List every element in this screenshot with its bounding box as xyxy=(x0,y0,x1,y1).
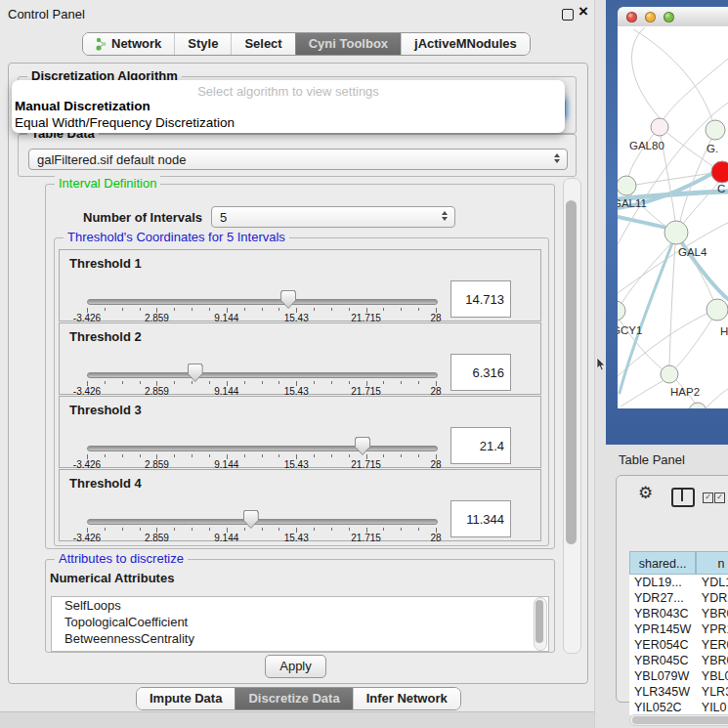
control-panel-title: Control Panel xyxy=(8,7,85,21)
network-window-titlebar[interactable] xyxy=(618,7,728,27)
tab-select[interactable]: Select xyxy=(231,33,294,55)
control-panel: Control Panel × NetworkStyleSelectCyni T… xyxy=(0,0,594,728)
node-gal4[interactable] xyxy=(664,221,688,244)
slider-tick xyxy=(262,308,263,311)
attribute-list-item[interactable]: SelfLoops xyxy=(52,597,548,614)
threshold-value-field[interactable]: 11.344 xyxy=(450,500,511,537)
attribute-list-item[interactable]: BetweennessCentrality xyxy=(52,630,548,647)
bottom-strip xyxy=(0,711,594,728)
table-header-row: shared...n xyxy=(629,551,728,575)
threshold-value-field[interactable]: 21.4 xyxy=(450,427,511,464)
algorithm-dropdown-popup: Select algorithm to view settings Manual… xyxy=(12,80,565,133)
node-gal80[interactable] xyxy=(651,118,668,136)
table-row[interactable]: YBL079WYBL0 xyxy=(629,668,728,684)
threshold-value-field[interactable]: 6.316 xyxy=(450,354,511,391)
network-edge[interactable] xyxy=(706,389,728,408)
threshold-panel-2: Threshold 2-3.4262.8599.14415.4321.71528… xyxy=(59,322,541,395)
tab-infer-network[interactable]: Infer Network xyxy=(353,688,460,709)
table-row[interactable]: YPR145WYPR1 xyxy=(629,621,728,637)
node-hap2[interactable] xyxy=(661,365,678,383)
float-icon[interactable] xyxy=(562,9,574,21)
slider-handle[interactable] xyxy=(280,290,296,309)
node-gcy1[interactable] xyxy=(618,301,625,321)
table-row[interactable]: YER054CYER0 xyxy=(629,637,728,653)
table-data-combobox[interactable]: galFiltered.sif default node xyxy=(28,149,568,170)
slider-track[interactable] xyxy=(87,446,438,451)
slider-track[interactable] xyxy=(87,299,438,305)
tab-style[interactable]: Style xyxy=(174,33,231,55)
slider-handle[interactable] xyxy=(243,510,259,529)
node-gal11[interactable] xyxy=(618,176,636,195)
slider-tick xyxy=(349,381,350,384)
slider-tick xyxy=(401,454,402,457)
tab-label: Select xyxy=(244,33,281,55)
slider-track[interactable] xyxy=(87,372,438,378)
threshold-label: Threshold 1 xyxy=(69,256,142,271)
attribute-list-item[interactable]: TopologicalCoefficient xyxy=(52,614,548,630)
slider-handle[interactable] xyxy=(188,364,203,382)
tab-discretize-data[interactable]: Discretize Data xyxy=(235,688,352,709)
table-row[interactable]: YLR345WYLR3 xyxy=(629,684,728,700)
table-cell: YPR145W xyxy=(629,621,694,637)
checkbox-icon[interactable]: ✓ xyxy=(703,492,713,503)
tab-network[interactable]: Network xyxy=(83,33,174,55)
slider-tick xyxy=(418,308,419,311)
node-h[interactable] xyxy=(707,299,728,321)
threshold-label: Threshold 2 xyxy=(69,329,142,344)
window-minimize-button[interactable] xyxy=(645,12,656,22)
network-edge[interactable] xyxy=(669,244,675,365)
dropdown-item-2[interactable]: Equal Width/Frequency Discretization xyxy=(15,115,235,130)
column-header[interactable]: shared... xyxy=(629,551,696,575)
thresholds-group-title: Threshold's Coordinates for 5 Intervals xyxy=(64,230,289,244)
table-row[interactable]: YBR043CYBR0 xyxy=(629,606,728,621)
node-red[interactable] xyxy=(711,161,728,183)
network-edge[interactable] xyxy=(631,27,660,118)
panel-scrollbar[interactable] xyxy=(563,178,581,654)
network-canvas[interactable]: GAL80G.CGAL11GAL4GCY1HHAP2 xyxy=(618,26,728,408)
slider-track[interactable] xyxy=(87,519,438,525)
numerical-attributes-list[interactable]: SelfLoopsTopologicalCoefficientBetweenne… xyxy=(51,596,549,652)
tab-cyni-toolbox[interactable]: Cyni Toolbox xyxy=(295,33,401,55)
number-of-intervals-combobox[interactable]: 5 xyxy=(211,206,455,228)
slider-tick xyxy=(383,528,384,531)
cyni-mode-tab-bar: Impute DataDiscretize DataInfer Network xyxy=(136,687,461,710)
node-table: shared...n YDL19...YDL1YDR27...YDR2YBR04… xyxy=(629,551,728,715)
slider-handle[interactable] xyxy=(355,437,370,455)
table-cell: YPR1 xyxy=(694,621,728,637)
table-row[interactable]: YIL052CYIL0 xyxy=(629,700,728,715)
gear-icon[interactable]: ⚙ xyxy=(638,485,653,501)
table-row[interactable]: YDR27...YDR2 xyxy=(629,590,728,606)
attributes-list-scrollbar[interactable] xyxy=(534,597,547,651)
node-g[interactable] xyxy=(706,120,725,140)
checkbox-icon[interactable]: ✓ xyxy=(714,492,725,503)
slider-tick xyxy=(262,454,263,457)
network-edge[interactable] xyxy=(621,381,663,407)
number-of-intervals-value: 5 xyxy=(220,210,227,225)
network-edge[interactable] xyxy=(683,183,718,224)
slider-tick xyxy=(209,381,210,384)
chevron-updown-icon xyxy=(442,211,448,221)
tab-jactivemnodules[interactable]: jActiveMNodules xyxy=(401,33,530,55)
node-hap2-label: HAP2 xyxy=(670,386,700,398)
threshold-value-field[interactable]: 14.713 xyxy=(450,280,511,318)
tab-label: Network xyxy=(111,33,161,55)
network-edge-highlighted[interactable] xyxy=(618,217,670,229)
network-edge[interactable] xyxy=(675,319,712,368)
table-horizontal-scrollbar[interactable] xyxy=(629,714,728,726)
window-zoom-button[interactable] xyxy=(664,12,674,22)
threshold-panel-3: Threshold 3-3.4262.8599.14415.4321.71528… xyxy=(59,396,541,468)
apply-button[interactable]: Apply xyxy=(265,655,326,678)
split-view-icon[interactable] xyxy=(671,488,695,507)
table-row[interactable]: YDL19...YDL1 xyxy=(629,575,728,590)
column-header[interactable]: n xyxy=(696,551,728,575)
network-edge[interactable] xyxy=(633,29,712,120)
table-row[interactable]: YBR045CYBR0 xyxy=(629,653,728,668)
dropdown-item-1[interactable]: Manual Discretization xyxy=(15,99,150,113)
slider-tick xyxy=(174,528,175,531)
slider-handle-face xyxy=(189,364,202,381)
network-edge[interactable] xyxy=(621,243,671,304)
tab-impute-data[interactable]: Impute Data xyxy=(137,688,235,709)
window-close-button[interactable] xyxy=(626,12,637,22)
close-icon[interactable]: × xyxy=(578,2,588,21)
node-edge-bottom[interactable] xyxy=(689,403,707,408)
